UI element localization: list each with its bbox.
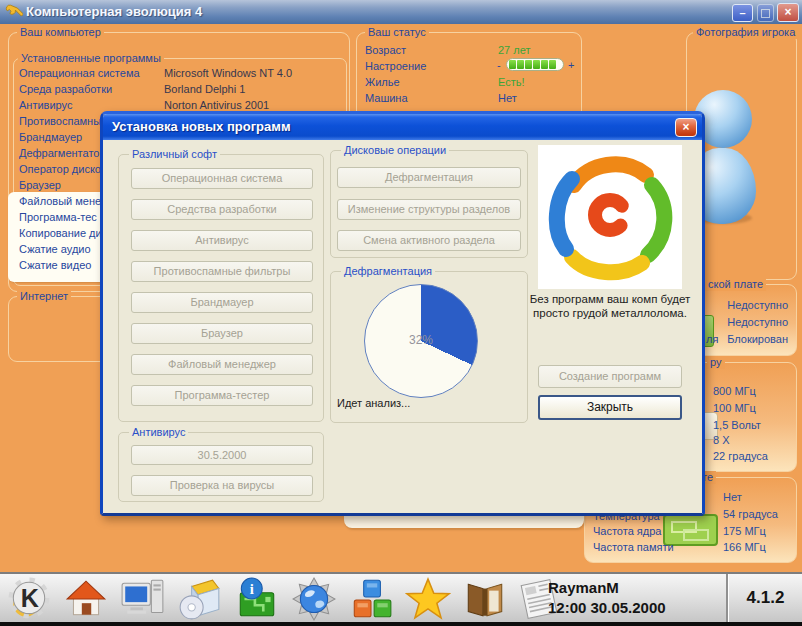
packages-cubes-icon[interactable] xyxy=(348,576,394,622)
program-label: Дефрагментатор xyxy=(19,147,106,160)
antispam-button[interactable]: Противоспамные фильтры xyxy=(131,261,313,282)
create-programs-button[interactable]: Создание программ xyxy=(538,365,682,388)
dialog-caption: Без программ ваш комп будет просто грудо… xyxy=(528,292,692,320)
program-label: Брандмауер xyxy=(19,131,82,144)
housing-label: Жилье xyxy=(365,76,400,89)
install-programs-dialog: Установка новых программ × Различный соф… xyxy=(100,111,705,516)
program-artwork xyxy=(538,145,682,289)
mood-decrease-button[interactable]: - xyxy=(497,59,501,72)
game-window: Компьютерная эволюция 4 – × Ваш компьюте… xyxy=(0,0,802,626)
partition-structure-button[interactable]: Изменение структуры разделов xyxy=(337,199,521,220)
age-value: 27 лет xyxy=(498,44,531,57)
video-label: Частота ядра xyxy=(593,525,661,538)
program-value: Microsoft Windows NT 4.0 xyxy=(164,67,292,80)
computer-icon[interactable] xyxy=(120,576,166,622)
cpu-value: 100 МГц xyxy=(713,402,756,415)
program-label: Сжатие видео xyxy=(19,259,91,272)
svg-text:i: i xyxy=(250,581,254,597)
board-value: Недоступно xyxy=(727,316,788,329)
program-label: Сжатие аудио xyxy=(19,243,91,256)
firewall-button[interactable]: Брандмауер xyxy=(131,292,313,313)
kde-menu-icon[interactable]: K xyxy=(6,576,52,622)
antivirus-group: Антивирус 30.5.2000 Проверка на вирусы xyxy=(118,432,324,502)
organizer-icon[interactable] xyxy=(462,576,508,622)
cpu-value: 800 МГц xyxy=(713,385,756,398)
minimize-button[interactable]: – xyxy=(732,4,753,22)
hardware-info-icon[interactable]: i xyxy=(234,576,280,622)
video-label: Частота памяти xyxy=(593,541,674,554)
disk-group-title: Дисковые операции xyxy=(341,144,449,157)
dialog-close-action-button[interactable]: Закрыть xyxy=(538,395,682,420)
home-icon[interactable] xyxy=(63,576,109,622)
internet-globe-icon[interactable] xyxy=(291,576,337,622)
window-titlebar: Компьютерная эволюция 4 – × xyxy=(0,0,802,24)
cpu-value: 8 X xyxy=(713,434,730,447)
mood-progressbar xyxy=(506,58,564,71)
defrag-status: Идет анализ... xyxy=(337,397,410,410)
maximize-button xyxy=(757,4,774,22)
car-value: Нет xyxy=(498,92,517,105)
board-value: Блокирован xyxy=(727,333,788,346)
program-value: Borland Delphi 1 xyxy=(164,83,245,96)
virus-base-date-button[interactable]: 30.5.2000 xyxy=(131,445,313,465)
svg-text:K: K xyxy=(21,584,39,612)
software-group-title: Различный софт xyxy=(129,148,220,161)
program-label: Операционная система xyxy=(19,67,140,80)
photo-panel-title: Фотография игрока xyxy=(693,26,798,39)
status-panel-title: Ваш статус xyxy=(365,26,429,39)
browser-button[interactable]: Браузер xyxy=(131,323,313,344)
dialog-close-button[interactable]: × xyxy=(675,118,697,137)
defrag-percent: 32% xyxy=(365,333,477,347)
defrag-pie-chart: 32% xyxy=(364,284,478,398)
motherboard-panel-title: ской плате xyxy=(705,278,766,291)
dev-tools-button[interactable]: Средства разработки xyxy=(131,199,313,220)
installed-programs-title: Установленные программы xyxy=(18,52,164,65)
video-value: 54 градуса xyxy=(723,508,778,521)
program-label: Оператор диско xyxy=(19,163,101,176)
software-install-icon[interactable] xyxy=(177,576,223,622)
antivirus-button[interactable]: Антивирус xyxy=(131,230,313,251)
age-label: Возраст xyxy=(365,44,406,57)
program-label: Антивирус xyxy=(19,99,72,112)
active-partition-button[interactable]: Смена активного раздела xyxy=(337,230,521,251)
mood-increase-button[interactable]: + xyxy=(568,59,574,72)
os-button[interactable]: Операционная система xyxy=(131,168,313,189)
housing-value: Есть! xyxy=(498,76,525,89)
wrench-icon xyxy=(5,3,23,21)
swirl-logo-icon xyxy=(538,145,682,289)
username: RaymanM xyxy=(548,578,666,598)
video-value: 166 МГц xyxy=(723,541,766,554)
file-manager-button[interactable]: Файловый менеджер xyxy=(131,354,313,375)
virus-scan-button[interactable]: Проверка на вирусы xyxy=(131,475,313,496)
cpu-panel-title: ру xyxy=(707,356,725,369)
internet-panel-title: Интернет xyxy=(17,290,71,303)
dialog-title: Установка новых программ xyxy=(112,119,291,134)
board-label-fragment: ля xyxy=(706,333,718,346)
mood-label: Настроение xyxy=(365,60,426,73)
close-button[interactable]: × xyxy=(777,3,799,22)
car-label: Машина xyxy=(365,92,408,105)
dialog-titlebar: Установка новых программ × xyxy=(103,114,702,140)
video-value: 175 МГц xyxy=(723,525,766,538)
antivirus-group-title: Антивирус xyxy=(129,426,188,439)
taskbar: K i xyxy=(0,572,802,622)
window-title: Компьютерная эволюция 4 xyxy=(26,4,202,19)
defrag-group-title: Дефрагментация xyxy=(341,265,435,278)
computer-panel-title: Ваш компьютер xyxy=(17,26,104,39)
defrag-group: Дефрагментация 32% Идет анализ... xyxy=(330,271,528,423)
video-value: Нет xyxy=(723,491,742,504)
defrag-button[interactable]: Дефрагментация xyxy=(337,167,521,188)
cpu-value: 1,5 Вольт xyxy=(713,419,761,432)
program-label: Программа-тес xyxy=(19,211,97,224)
favorites-star-icon[interactable] xyxy=(405,576,451,622)
software-group: Различный софт Операционная система Сред… xyxy=(118,154,324,422)
board-value: Недоступно xyxy=(727,299,788,312)
program-label: Файловый мене xyxy=(19,195,101,208)
dialog-body: Различный софт Операционная система Сред… xyxy=(103,140,702,513)
tester-button[interactable]: Программа-тестер xyxy=(131,385,313,406)
cpu-value: 22 градуса xyxy=(713,450,768,463)
program-label: Противоспамны xyxy=(19,115,101,128)
taskbar-status-text: RaymanM 12:00 30.05.2000 xyxy=(548,578,666,618)
program-label: Браузер xyxy=(19,179,61,192)
screen-bottom-edge xyxy=(0,622,802,626)
